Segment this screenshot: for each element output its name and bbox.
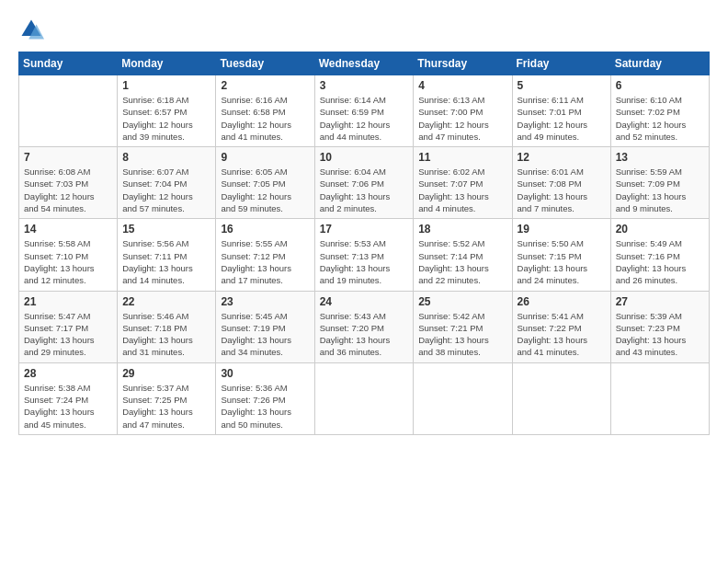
calendar-cell: 11Sunrise: 6:02 AM Sunset: 7:07 PM Dayli… [414,147,512,219]
calendar-cell: 6Sunrise: 6:10 AM Sunset: 7:02 PM Daylig… [610,75,709,147]
weekday-header-friday: Friday [512,52,610,75]
header [18,17,710,42]
day-info: Sunrise: 5:49 AM Sunset: 7:16 PM Dayligh… [616,237,704,286]
day-number: 28 [24,367,112,380]
logo [18,17,48,42]
calendar: SundayMondayTuesdayWednesdayThursdayFrid… [18,52,710,435]
calendar-cell: 19Sunrise: 5:50 AM Sunset: 7:15 PM Dayli… [512,219,610,291]
day-info: Sunrise: 6:11 AM Sunset: 7:01 PM Dayligh… [518,94,606,143]
day-info: Sunrise: 5:53 AM Sunset: 7:13 PM Dayligh… [320,237,409,286]
day-info: Sunrise: 5:36 AM Sunset: 7:26 PM Dayligh… [221,382,309,431]
calendar-cell: 23Sunrise: 5:45 AM Sunset: 7:19 PM Dayli… [216,291,314,362]
day-info: Sunrise: 6:13 AM Sunset: 7:00 PM Dayligh… [418,94,506,143]
day-number: 23 [221,295,309,308]
day-info: Sunrise: 6:01 AM Sunset: 7:08 PM Dayligh… [518,166,606,214]
calendar-cell: 16Sunrise: 5:55 AM Sunset: 7:12 PM Dayli… [216,219,314,291]
calendar-cell: 15Sunrise: 5:56 AM Sunset: 7:11 PM Dayli… [118,219,216,291]
day-number: 5 [518,79,606,92]
calendar-cell: 10Sunrise: 6:04 AM Sunset: 7:06 PM Dayli… [314,147,414,219]
weekday-header-tuesday: Tuesday [216,52,314,75]
day-info: Sunrise: 5:37 AM Sunset: 7:25 PM Dayligh… [122,382,210,431]
day-number: 12 [518,151,606,164]
day-info: Sunrise: 6:05 AM Sunset: 7:05 PM Dayligh… [221,166,309,214]
day-info: Sunrise: 5:55 AM Sunset: 7:12 PM Dayligh… [221,237,309,286]
day-info: Sunrise: 5:58 AM Sunset: 7:10 PM Dayligh… [24,237,112,286]
day-info: Sunrise: 6:07 AM Sunset: 7:04 PM Dayligh… [122,166,210,214]
day-number: 10 [320,151,409,164]
day-info: Sunrise: 6:14 AM Sunset: 6:59 PM Dayligh… [320,94,409,143]
calendar-cell: 18Sunrise: 5:52 AM Sunset: 7:14 PM Dayli… [414,219,512,291]
weekday-header-thursday: Thursday [414,52,512,75]
day-info: Sunrise: 6:18 AM Sunset: 6:57 PM Dayligh… [122,94,210,143]
day-info: Sunrise: 5:38 AM Sunset: 7:24 PM Dayligh… [24,382,112,431]
day-number: 3 [320,79,409,92]
day-number: 22 [122,295,210,308]
day-number: 7 [24,151,112,164]
weekday-header-sunday: Sunday [19,52,118,75]
day-info: Sunrise: 5:45 AM Sunset: 7:19 PM Dayligh… [221,310,309,359]
day-number: 4 [418,79,506,92]
day-info: Sunrise: 5:41 AM Sunset: 7:22 PM Dayligh… [518,310,606,359]
day-number: 19 [518,223,606,236]
day-number: 18 [418,223,506,236]
weekday-header-row: SundayMondayTuesdayWednesdayThursdayFrid… [19,52,710,75]
calendar-cell: 21Sunrise: 5:47 AM Sunset: 7:17 PM Dayli… [19,291,118,362]
day-number: 11 [418,151,506,164]
calendar-cell: 7Sunrise: 6:08 AM Sunset: 7:03 PM Daylig… [19,147,118,219]
day-info: Sunrise: 6:04 AM Sunset: 7:06 PM Dayligh… [320,166,409,214]
day-number: 2 [221,79,309,92]
calendar-cell [314,362,414,434]
calendar-cell: 8Sunrise: 6:07 AM Sunset: 7:04 PM Daylig… [118,147,216,219]
calendar-cell: 5Sunrise: 6:11 AM Sunset: 7:01 PM Daylig… [512,75,610,147]
day-number: 1 [122,79,210,92]
calendar-cell: 26Sunrise: 5:41 AM Sunset: 7:22 PM Dayli… [512,291,610,362]
calendar-cell [512,362,610,434]
day-info: Sunrise: 6:16 AM Sunset: 6:58 PM Dayligh… [221,94,309,143]
calendar-cell: 22Sunrise: 5:46 AM Sunset: 7:18 PM Dayli… [118,291,216,362]
day-number: 27 [616,295,704,308]
day-info: Sunrise: 6:08 AM Sunset: 7:03 PM Dayligh… [24,166,112,214]
day-number: 16 [221,223,309,236]
calendar-cell: 25Sunrise: 5:42 AM Sunset: 7:21 PM Dayli… [414,291,512,362]
calendar-cell: 17Sunrise: 5:53 AM Sunset: 7:13 PM Dayli… [314,219,414,291]
day-info: Sunrise: 5:46 AM Sunset: 7:18 PM Dayligh… [122,310,210,359]
day-number: 13 [616,151,704,164]
calendar-cell: 12Sunrise: 6:01 AM Sunset: 7:08 PM Dayli… [512,147,610,219]
day-number: 15 [122,223,210,236]
day-number: 6 [616,79,704,92]
calendar-cell: 1Sunrise: 6:18 AM Sunset: 6:57 PM Daylig… [118,75,216,147]
weekday-header-monday: Monday [118,52,216,75]
calendar-cell: 29Sunrise: 5:37 AM Sunset: 7:25 PM Dayli… [118,362,216,434]
day-info: Sunrise: 5:59 AM Sunset: 7:09 PM Dayligh… [616,166,704,214]
day-info: Sunrise: 6:10 AM Sunset: 7:02 PM Dayligh… [616,94,704,143]
day-number: 8 [122,151,210,164]
calendar-cell: 28Sunrise: 5:38 AM Sunset: 7:24 PM Dayli… [19,362,118,434]
day-number: 17 [320,223,409,236]
week-row-3: 14Sunrise: 5:58 AM Sunset: 7:10 PM Dayli… [19,219,710,291]
calendar-cell: 2Sunrise: 6:16 AM Sunset: 6:58 PM Daylig… [216,75,314,147]
day-number: 14 [24,223,112,236]
calendar-cell [610,362,709,434]
day-info: Sunrise: 6:02 AM Sunset: 7:07 PM Dayligh… [418,166,506,214]
day-number: 26 [518,295,606,308]
weekday-header-wednesday: Wednesday [314,52,414,75]
calendar-cell: 27Sunrise: 5:39 AM Sunset: 7:23 PM Dayli… [610,291,709,362]
day-info: Sunrise: 5:47 AM Sunset: 7:17 PM Dayligh… [24,310,112,359]
calendar-cell [19,75,118,147]
day-info: Sunrise: 5:56 AM Sunset: 7:11 PM Dayligh… [122,237,210,286]
day-number: 20 [616,223,704,236]
day-number: 24 [320,295,409,308]
calendar-cell: 24Sunrise: 5:43 AM Sunset: 7:20 PM Dayli… [314,291,414,362]
day-number: 25 [418,295,506,308]
calendar-cell: 9Sunrise: 6:05 AM Sunset: 7:05 PM Daylig… [216,147,314,219]
calendar-cell: 3Sunrise: 6:14 AM Sunset: 6:59 PM Daylig… [314,75,414,147]
day-info: Sunrise: 5:42 AM Sunset: 7:21 PM Dayligh… [418,310,506,359]
day-info: Sunrise: 5:52 AM Sunset: 7:14 PM Dayligh… [418,237,506,286]
week-row-4: 21Sunrise: 5:47 AM Sunset: 7:17 PM Dayli… [19,291,710,362]
calendar-cell: 20Sunrise: 5:49 AM Sunset: 7:16 PM Dayli… [610,219,709,291]
weekday-header-saturday: Saturday [610,52,709,75]
day-number: 21 [24,295,112,308]
day-number: 9 [221,151,309,164]
calendar-cell: 14Sunrise: 5:58 AM Sunset: 7:10 PM Dayli… [19,219,118,291]
day-info: Sunrise: 5:50 AM Sunset: 7:15 PM Dayligh… [518,237,606,286]
